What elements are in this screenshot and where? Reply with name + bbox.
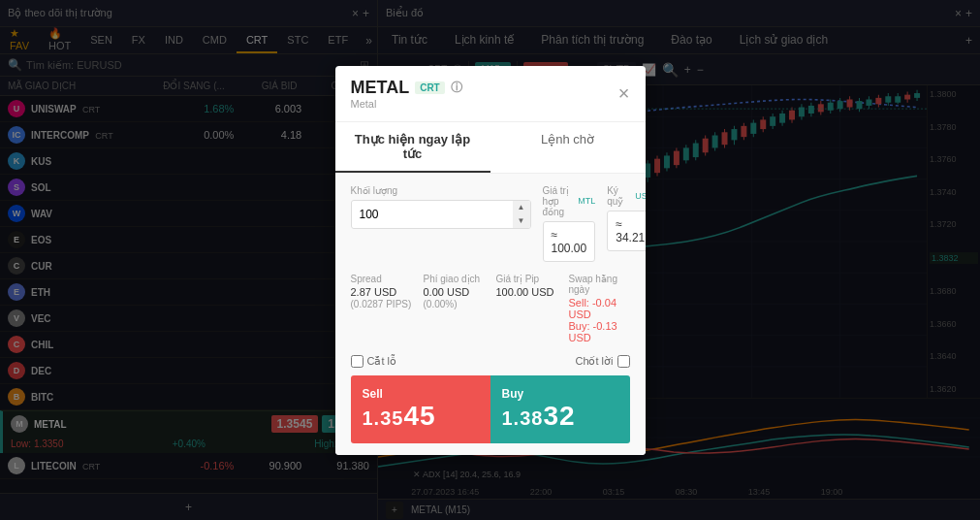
volume-down-button[interactable]: ▼: [513, 214, 530, 228]
modal-subtitle: Metal: [351, 98, 462, 110]
sell-button[interactable]: Sell 1.3545: [351, 375, 490, 443]
fee-label: Phí giao dịch: [424, 274, 485, 284]
pip-value: 100.00 USD: [496, 286, 557, 298]
takeprofit-checkbox-item: Chốt lời: [575, 355, 629, 368]
modal-tabs: Thực hiện ngay lập tức Lệnh chờ: [335, 122, 646, 174]
takeprofit-label: Chốt lời: [575, 355, 613, 368]
stoploss-label: Cắt lỗ: [367, 355, 397, 368]
margin-label: Ký quỹ USD: [607, 185, 645, 207]
volume-input-wrap: ▲ ▼: [351, 200, 531, 229]
spread-label: Spread: [351, 274, 412, 284]
sell-button-content: Sell 1.3545: [363, 387, 436, 432]
modal-overlay: METAL CRT ⓘ Metal × Thực hiện ngay lập t…: [0, 0, 980, 520]
modal-symbol: METAL: [351, 78, 410, 98]
modal-tab-pending[interactable]: Lệnh chờ: [490, 122, 646, 173]
swap-item: Swap hằng ngày Sell: -0.04 USD Buy: -0.1…: [569, 274, 630, 343]
swap-value: Sell: -0.04 USD Buy: -0.13 USD: [569, 297, 630, 343]
volume-stepper: ▲ ▼: [513, 201, 530, 228]
fee-value: 0.00 USD (0.00%): [424, 286, 485, 309]
stoploss-checkbox-item: Cắt lỗ: [351, 355, 397, 368]
buy-price-display: 1.3832: [502, 401, 576, 432]
contract-value: ≈ 100.00: [543, 221, 596, 262]
volume-label: Khối lượng: [351, 185, 531, 196]
modal-tag: CRT: [415, 81, 445, 94]
spread-value: 2.87 USD (0.0287 PIPS): [351, 286, 412, 309]
buy-label: Buy: [502, 387, 524, 401]
modal-close-button[interactable]: ×: [618, 82, 630, 105]
buy-button[interactable]: Buy 1.3832: [490, 375, 630, 443]
margin-value: ≈ 34.21: [607, 211, 645, 251]
volume-field: Khối lượng ▲ ▼: [351, 185, 531, 262]
modal-header: METAL CRT ⓘ Metal ×: [335, 66, 646, 122]
pip-label: Giá trị Pip: [496, 274, 557, 284]
modal-action-row: Sell 1.3545 Buy 1.3832: [351, 375, 630, 443]
volume-up-button[interactable]: ▲: [513, 201, 530, 214]
spread-item: Spread 2.87 USD (0.0287 PIPS): [351, 274, 412, 343]
sell-price-display: 1.3545: [363, 401, 436, 432]
modal-tab-immediate[interactable]: Thực hiện ngay lập tức: [335, 122, 490, 173]
modal-checkbox-row: Cắt lỗ Chốt lời: [351, 355, 630, 368]
fee-item: Phí giao dịch 0.00 USD (0.00%): [424, 274, 485, 343]
contract-field: Giá trị hợp đồng MTL ≈ 100.00: [543, 185, 596, 262]
modal-title: METAL CRT ⓘ Metal: [351, 78, 462, 110]
sell-label: Sell: [363, 387, 383, 401]
modal-info-icon[interactable]: ⓘ: [451, 80, 462, 96]
pip-item: Giá trị Pip 100.00 USD: [496, 274, 557, 343]
margin-unit: USD: [635, 191, 645, 201]
modal-body: Khối lượng ▲ ▼ Giá trị hợp đồng MTL: [335, 174, 646, 455]
modal-title-main: METAL CRT ⓘ: [351, 78, 462, 98]
volume-input[interactable]: [352, 202, 513, 227]
margin-field: Ký quỹ USD ≈ 34.21: [607, 185, 645, 262]
stoploss-checkbox[interactable]: [351, 355, 364, 368]
trade-modal: METAL CRT ⓘ Metal × Thực hiện ngay lập t…: [335, 66, 646, 455]
takeprofit-checkbox[interactable]: [617, 355, 630, 368]
swap-label: Swap hằng ngày: [569, 274, 630, 295]
modal-form-row-1: Khối lượng ▲ ▼ Giá trị hợp đồng MTL: [351, 185, 630, 262]
modal-info-row: Spread 2.87 USD (0.0287 PIPS) Phí giao d…: [351, 274, 630, 343]
contract-label: Giá trị hợp đồng MTL: [543, 185, 596, 217]
buy-button-content: Buy 1.3832: [502, 387, 576, 432]
contract-unit: MTL: [578, 196, 595, 206]
